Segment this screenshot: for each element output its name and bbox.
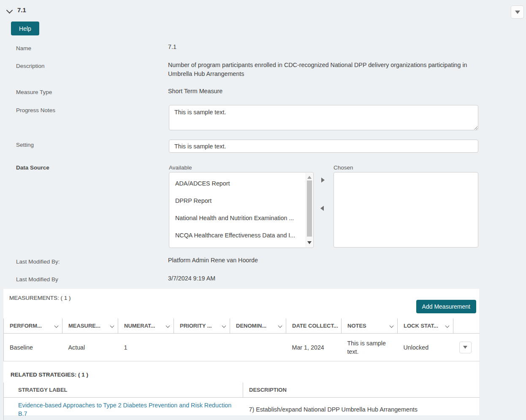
- col-performance-header[interactable]: PERFORM...: [4, 318, 62, 334]
- strategies-header-row: STRATEGY LABEL DESCRIPTION: [4, 382, 480, 398]
- strategy-link[interactable]: Evidence-based Approaches to Type 2 Diab…: [18, 402, 231, 417]
- related-strategies-table: STRATEGY LABEL DESCRIPTION Evidence-base…: [3, 382, 480, 420]
- date-collected-cell: Mar 1, 2024: [286, 334, 342, 361]
- related-strategies-section-title: RELATED STRATEGIES: ( 1 ): [11, 372, 88, 378]
- col-strategy-label-header[interactable]: STRATEGY LABEL: [4, 382, 243, 398]
- col-denominator-header[interactable]: DENOMIN...: [230, 318, 286, 334]
- move-left-arrow-icon[interactable]: [320, 206, 324, 211]
- caret-down-icon: [515, 11, 520, 14]
- col-label: DENOMIN...: [236, 323, 266, 329]
- last-modified-date-value: 3/7/2024 9:19 AM: [168, 274, 215, 283]
- col-numerator-header[interactable]: NUMERAT...: [118, 318, 174, 334]
- scroll-up-icon[interactable]: [307, 176, 312, 179]
- measure-detail-page: 7.1 Help Name 7.1 Description Number of …: [0, 0, 526, 420]
- measurement-row: Baseline Actual 1 Mar 1, 2024 This is sa…: [4, 334, 480, 361]
- available-option[interactable]: ADA/ADCES Report: [169, 175, 306, 192]
- col-measurement-header[interactable]: MEASURE...: [62, 318, 118, 334]
- measurements-table: PERFORM... MEASURE... NUMERAT... PRIORIT…: [3, 318, 480, 361]
- chevron-down-icon: [390, 324, 394, 328]
- progress-notes-label: Progress Notes: [16, 107, 55, 113]
- available-option[interactable]: NCQA Healthcare Effectiveness Data and I…: [169, 227, 306, 244]
- chevron-down-icon: [278, 324, 282, 328]
- chevron-down-icon: [445, 324, 450, 328]
- strategy-label-cell: Evidence-based Approaches to Type 2 Diab…: [4, 398, 243, 420]
- col-priority-header[interactable]: PRIORITY ...: [174, 318, 230, 334]
- col-label: PERFORM...: [10, 323, 42, 329]
- progress-notes-textarea[interactable]: This is sample text.: [169, 105, 478, 130]
- col-label: DATE COLLECT...: [292, 323, 338, 329]
- last-modified-by-value: Platform Admin Rene van Hoorde: [168, 256, 258, 265]
- last-modified-date-label: Last Modified By: [16, 276, 58, 283]
- chosen-listbox[interactable]: [333, 172, 478, 248]
- col-label: NUMERAT...: [124, 323, 155, 329]
- lock-status-cell: Unlocked: [398, 334, 453, 361]
- add-measurement-button[interactable]: Add Measurement: [416, 300, 476, 313]
- last-modified-by-label: Last Modified By:: [16, 258, 60, 265]
- collapse-chevron-down-icon[interactable]: [6, 7, 13, 14]
- setting-input[interactable]: [169, 140, 478, 153]
- page-title: 7.1: [17, 6, 26, 13]
- measurement-type-cell: Actual: [62, 334, 118, 361]
- measure-type-label: Measure Type: [16, 89, 52, 95]
- col-lock-status-header[interactable]: LOCK STAT...: [398, 318, 453, 334]
- header-actions-button[interactable]: [511, 5, 524, 19]
- col-notes-header[interactable]: NOTES: [342, 318, 398, 334]
- available-list-label: Available: [169, 164, 192, 171]
- name-label: Name: [16, 45, 31, 51]
- measurements-panel: MEASUREMENTS: ( 1 ) Add Measurement PERF…: [3, 289, 479, 415]
- chevron-down-icon: [166, 324, 170, 328]
- scroll-down-icon[interactable]: [307, 241, 312, 244]
- performance-cell: Baseline: [4, 334, 62, 361]
- listbox-scrollbar[interactable]: [306, 173, 313, 247]
- col-actions-header: [453, 318, 480, 334]
- measurements-section-title: MEASUREMENTS: ( 1 ): [9, 295, 71, 301]
- numerator-cell: 1: [118, 334, 174, 361]
- measure-type-value: Short Term Measure: [168, 87, 222, 96]
- description-label: Description: [16, 63, 45, 69]
- help-button[interactable]: Help: [11, 22, 39, 35]
- chevron-down-icon: [110, 324, 114, 328]
- actions-cell: [453, 334, 480, 361]
- available-listbox[interactable]: ADA/ADCES Report DPRP Report National He…: [169, 172, 314, 248]
- row-actions-button[interactable]: [459, 342, 472, 353]
- measurements-header-row: PERFORM... MEASURE... NUMERAT... PRIORIT…: [4, 318, 480, 334]
- caret-down-icon: [463, 346, 467, 349]
- chosen-list-label: Chosen: [333, 164, 353, 171]
- col-label: PRIORITY ...: [180, 323, 212, 329]
- scrollbar-thumb[interactable]: [307, 180, 312, 237]
- strategy-description-cell: 7) Establish/expand National DPP Umbrell…: [243, 398, 480, 420]
- col-description-header[interactable]: DESCRIPTION: [243, 382, 480, 398]
- data-source-label: Data Source: [16, 164, 49, 171]
- strategy-row: Evidence-based Approaches to Type 2 Diab…: [4, 398, 480, 420]
- chevron-down-icon: [222, 324, 226, 328]
- available-option[interactable]: National Health and Nutrition Examinatio…: [169, 210, 306, 227]
- col-label: NOTES: [347, 323, 366, 329]
- priority-cell: [174, 334, 230, 361]
- notes-cell: This is sample text.: [342, 334, 398, 361]
- col-label: MEASURE...: [68, 323, 100, 329]
- description-value: Number of program participants enrolled …: [168, 61, 479, 78]
- denominator-cell: [230, 334, 286, 361]
- name-value: 7.1: [168, 43, 176, 51]
- chevron-down-icon: [54, 324, 59, 328]
- setting-label: Setting: [16, 142, 34, 148]
- move-right-arrow-icon[interactable]: [321, 178, 325, 183]
- col-date-collected-header[interactable]: DATE COLLECT...: [286, 318, 342, 334]
- col-label: LOCK STAT...: [404, 323, 438, 329]
- available-option[interactable]: DPRP Report: [169, 192, 306, 210]
